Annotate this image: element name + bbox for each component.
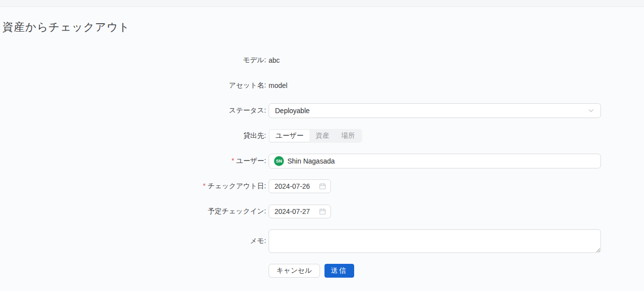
form-row-user: *ユーザー: SN Shin Nagasada [0,154,644,168]
expected-checkin-picker[interactable]: 2024-07-27 [269,205,331,218]
expected-checkin-label: 予定チェックイン: [0,207,266,216]
checkout-form: モデル: abc アセット名: model ステータス: Deployable … [0,53,644,278]
user-label: *ユーザー: [0,157,266,166]
model-value: abc [269,56,280,64]
checkout-date-picker[interactable]: 2024-07-26 [269,179,331,193]
user-avatar: SN [274,156,284,166]
chevron-down-icon [588,107,595,114]
segment-option-asset[interactable]: 資産 [310,130,335,142]
asset-name-label: アセット名: [0,81,266,90]
form-row-expected-checkin: 予定チェックイン: 2024-07-27 [0,204,644,219]
segment-option-user[interactable]: ユーザー [270,130,310,142]
user-selected-value: Shin Nagasada [287,157,335,165]
checkout-date-label: *チェックアウト日: [0,182,266,191]
form-row-buttons: キャンセル 送信 [0,263,644,278]
page-title: 資産からチェックアウト [2,20,644,35]
checkout-date-label-text: チェックアウト日: [208,182,266,190]
cancel-button[interactable]: キャンセル [269,264,320,278]
status-label: ステータス: [0,106,266,115]
checkout-to-label: 貸出先: [0,131,266,140]
form-row-notes: メモ: [0,229,644,253]
form-row-checkout-date: *チェックアウト日: 2024-07-26 [0,179,644,194]
status-select[interactable]: Deployable [269,103,601,118]
notes-textarea[interactable] [269,229,601,253]
submit-button[interactable]: 送信 [324,264,354,278]
top-bar [0,0,644,7]
segment-option-location[interactable]: 場所 [335,130,361,142]
checkout-page: 資産からチェックアウト モデル: abc アセット名: model ステータス:… [0,20,644,278]
calendar-icon [319,208,326,215]
calendar-icon [319,183,326,190]
expected-checkin-value: 2024-07-27 [275,208,310,215]
form-row-status: ステータス: Deployable [0,103,644,118]
asset-name-value: model [269,82,287,89]
status-selected-value: Deployable [275,107,310,115]
checkout-to-segmented: ユーザー 資産 場所 [269,129,362,143]
checkout-date-value: 2024-07-26 [275,182,310,190]
required-marker: * [231,157,234,165]
form-row-checkout-to: 貸出先: ユーザー 資産 場所 [0,128,644,143]
model-label: モデル: [0,56,266,65]
form-row-asset-name: アセット名: model [0,78,644,93]
user-select[interactable]: SN Shin Nagasada [269,154,601,168]
user-label-text: ユーザー: [236,157,266,165]
form-row-model: モデル: abc [0,53,644,68]
required-marker: * [203,182,205,190]
notes-label: メモ: [0,237,266,246]
